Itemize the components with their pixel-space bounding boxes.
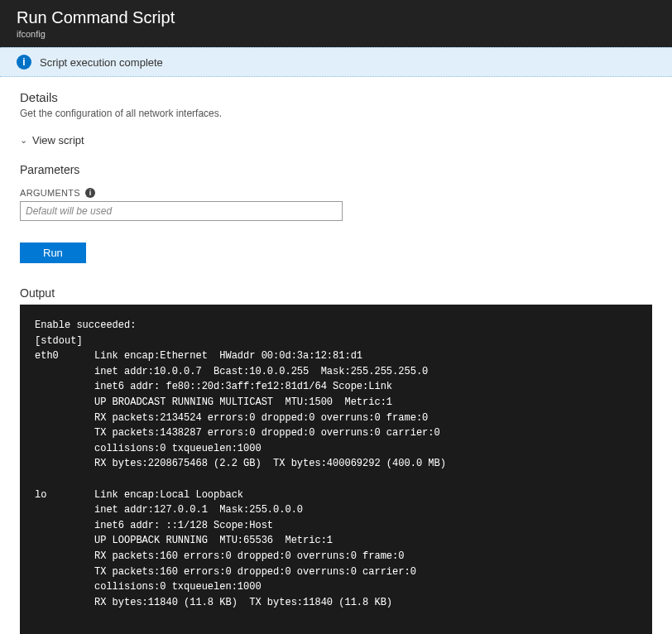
status-text: Script execution complete — [40, 56, 163, 69]
output-terminal: Enable succeeded: [stdout] eth0 Link enc… — [20, 305, 652, 634]
status-bar: i Script execution complete — [0, 47, 672, 77]
page-title: Run Command Script — [17, 8, 655, 27]
info-icon: i — [17, 55, 31, 70]
arguments-label: ARGUMENTS — [20, 188, 80, 198]
details-description: Get the configuration of all network int… — [20, 108, 652, 119]
chevron-down-icon: ⌄ — [20, 135, 27, 146]
page-subtitle: ifconfig — [17, 29, 655, 39]
help-icon[interactable]: i — [85, 188, 95, 198]
details-heading: Details — [20, 90, 652, 104]
view-script-toggle[interactable]: ⌄ View script — [20, 134, 652, 146]
parameters-heading: Parameters — [20, 163, 652, 176]
arguments-input[interactable] — [20, 201, 343, 221]
content-area: Details Get the configuration of all net… — [0, 77, 672, 634]
view-script-label: View script — [32, 134, 84, 146]
run-button[interactable]: Run — [20, 243, 86, 263]
arguments-label-row: ARGUMENTS i — [20, 188, 652, 198]
page-header: Run Command Script ifconfig — [0, 0, 672, 47]
output-heading: Output — [20, 286, 652, 300]
